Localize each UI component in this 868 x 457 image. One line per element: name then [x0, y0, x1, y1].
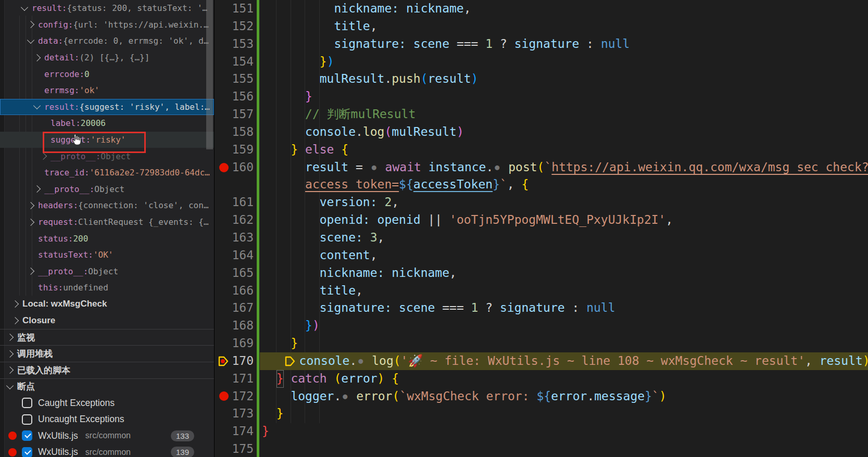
- chevron-right-icon[interactable]: [6, 366, 14, 374]
- code-line[interactable]: 173}: [215, 405, 868, 423]
- variable-name: headers:: [38, 200, 78, 210]
- code-line[interactable]: 167signature: scene === 1 ? signature : …: [215, 299, 868, 317]
- code-line[interactable]: 157// 判断mulResult: [215, 106, 868, 123]
- chevron-right-icon[interactable]: [27, 268, 34, 275]
- code-text: nickname: nickname,: [262, 264, 457, 282]
- variable-name: suggest:: [51, 135, 91, 145]
- chevron-right-icon[interactable]: [27, 202, 34, 209]
- code-line[interactable]: 165nickname: nickname,: [215, 264, 868, 282]
- scope-row[interactable]: Local: wxMsgCheck: [0, 296, 214, 313]
- code-line[interactable]: 175: [215, 440, 868, 457]
- breakpoint-checkbox[interactable]: [22, 430, 32, 441]
- code-line[interactable]: 154}): [215, 53, 868, 71]
- breakpoint-row[interactable]: WxUtils.jssrc/common139: [0, 444, 214, 457]
- breakpoint-row[interactable]: Uncaught Exceptions: [0, 411, 214, 428]
- variable-row[interactable]: statusText: 'OK': [0, 247, 214, 263]
- variable-name: request:: [38, 217, 78, 227]
- variable-row[interactable]: label: 20006: [0, 115, 214, 132]
- variable-name: trace_id:: [44, 168, 90, 177]
- breakpoint-icon[interactable]: [219, 163, 229, 172]
- line-number-badge: 139: [171, 447, 194, 457]
- breakpoint-row[interactable]: Caught Exceptions: [0, 395, 214, 411]
- line-number: 158: [215, 123, 254, 141]
- code-editor[interactable]: 151nickname: nickname,152title,153signat…: [215, 0, 868, 457]
- code-line[interactable]: 164content,: [215, 247, 868, 264]
- section-header-item[interactable]: 调用堆栈: [0, 345, 214, 362]
- section-header-item[interactable]: 监视: [0, 329, 214, 346]
- variable-value: 'risky': [91, 135, 125, 145]
- chevron-down-icon[interactable]: [21, 4, 28, 11]
- code-line[interactable]: 158console.log(mulResult): [215, 123, 868, 141]
- chevron-right-icon[interactable]: [11, 317, 19, 324]
- chevron-right-icon[interactable]: [27, 218, 34, 225]
- line-number: 168: [215, 317, 254, 335]
- variable-row[interactable]: detail: (2) [{…}, {…}]: [0, 49, 214, 66]
- code-line[interactable]: 163scene: 3,: [215, 229, 868, 247]
- code-line[interactable]: 153signature: scene === 1 ? signature : …: [215, 35, 868, 53]
- chevron-right-icon[interactable]: [33, 54, 41, 61]
- code-text: title,: [262, 18, 378, 35]
- variable-name: statusText:: [38, 250, 93, 260]
- breakpoint-dot-box: [8, 448, 22, 456]
- breakpoint-checkbox[interactable]: [22, 447, 32, 457]
- variables-scrollbar[interactable]: [206, 0, 213, 149]
- code-line[interactable]: 171} catch (error) {: [215, 370, 868, 388]
- variable-row[interactable]: result: {status: 200, statusText: '…: [0, 0, 214, 17]
- code-line[interactable]: 170console.● log('🚀 ~ file: WxUtils.js ~…: [215, 352, 868, 370]
- variable-row[interactable]: config: {url: 'https://api.weixin.…: [0, 17, 214, 33]
- code-text: mulResult.push(result): [262, 70, 478, 88]
- variable-value: Object: [88, 266, 118, 276]
- code-line[interactable]: 151nickname: nickname,: [215, 0, 868, 18]
- code-line[interactable]: access_token=${accessToken}`, {: [215, 176, 868, 194]
- code-line[interactable]: 172logger.● error(`wxMsgCheck error: ${e…: [215, 388, 868, 405]
- line-number: 164: [215, 247, 254, 264]
- chevron-right-icon[interactable]: [40, 153, 47, 160]
- section-header-item[interactable]: 已载入的脚本: [0, 362, 214, 378]
- variable-row[interactable]: request: ClientRequest {_events: {…: [0, 214, 214, 231]
- chevron-right-icon[interactable]: [6, 350, 14, 358]
- code-line[interactable]: 162openid: openid || 'ooTjn5YPpogMWLtEQ_…: [215, 211, 868, 229]
- breakpoint-checkbox[interactable]: [22, 398, 32, 408]
- no-icon: [34, 170, 40, 175]
- breakpoint-checkbox[interactable]: [22, 414, 32, 425]
- scope-row[interactable]: Closure: [0, 312, 214, 329]
- code-line[interactable]: 169}: [215, 335, 868, 352]
- code-line[interactable]: 166title,: [215, 282, 868, 300]
- variable-row[interactable]: result: {suggest: 'risky', label:…: [0, 99, 214, 116]
- breakpoint-row[interactable]: WxUtils.jssrc/common133: [0, 427, 214, 444]
- code-line[interactable]: 161version: 2,: [215, 194, 868, 211]
- chevron-down-icon[interactable]: [27, 36, 34, 44]
- code-line[interactable]: 174}: [215, 423, 868, 440]
- code-text: console.● log('🚀 ~ file: WxUtils.js ~ li…: [262, 352, 868, 370]
- variable-row[interactable]: status: 200: [0, 230, 214, 247]
- variable-value: {status: 200, statusText: '…: [67, 3, 207, 13]
- chevron-right-icon[interactable]: [27, 21, 34, 28]
- variable-row[interactable]: __proto__: Object: [0, 148, 214, 164]
- variable-row[interactable]: headers: {connection: 'close', con…: [0, 197, 214, 214]
- code-line[interactable]: 159} else {: [215, 141, 868, 159]
- variable-row[interactable]: errmsg: 'ok': [0, 82, 214, 99]
- variable-row[interactable]: __proto__: Object: [0, 263, 214, 280]
- code-line[interactable]: 156}: [215, 88, 868, 106]
- variable-row[interactable]: this: undefined: [0, 280, 214, 296]
- chevron-right-icon[interactable]: [11, 300, 19, 308]
- line-number: 154: [215, 53, 254, 71]
- variable-value: {suggest: 'risky', label:…: [79, 102, 209, 112]
- chevron-right-icon[interactable]: [6, 334, 14, 341]
- chevron-down-icon[interactable]: [6, 382, 14, 389]
- variable-row[interactable]: errcode: 0: [0, 66, 214, 82]
- variable-row[interactable]: data: {errcode: 0, errmsg: 'ok', d…: [0, 33, 214, 49]
- variable-row[interactable]: __proto__: Object: [0, 181, 214, 198]
- chevron-right-icon[interactable]: [33, 185, 41, 193]
- section-header-breakpoints[interactable]: 断点: [0, 378, 214, 395]
- code-line[interactable]: 152title,: [215, 18, 868, 35]
- code-line[interactable]: 168}): [215, 317, 868, 335]
- code-line[interactable]: 160result = ● await instance.● post(`htt…: [215, 159, 868, 176]
- variable-name: label:: [51, 118, 81, 128]
- variable-row[interactable]: suggest: 'risky': [0, 132, 214, 148]
- variable-row[interactable]: trace_id: '6116a2e2-72983dd0-64dc…: [0, 164, 214, 181]
- chevron-down-icon[interactable]: [33, 102, 41, 109]
- variable-value: 'ok': [79, 85, 99, 95]
- code-text: signature: scene === 1 ? signature : nul…: [262, 35, 630, 53]
- code-line[interactable]: 155mulResult.push(result): [215, 70, 868, 88]
